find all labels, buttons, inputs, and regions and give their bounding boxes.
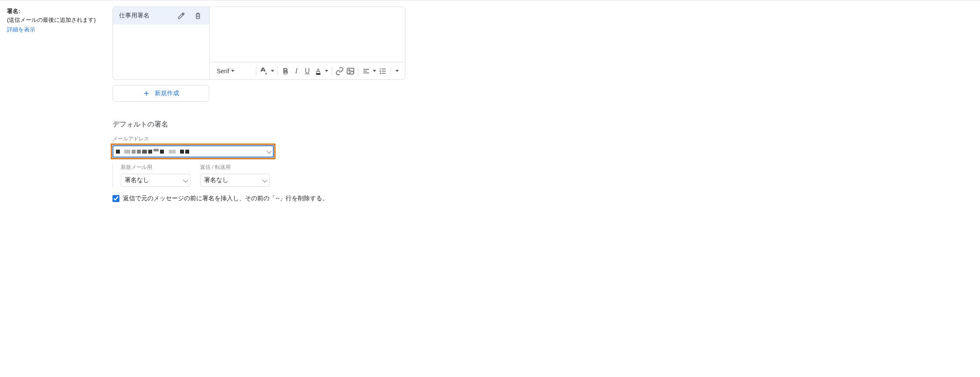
chevron-down-icon [262, 177, 266, 184]
signature-list: 仕事用署名 [112, 7, 209, 80]
insert-image-button[interactable] [345, 65, 355, 77]
section-title: 署名: [7, 7, 112, 15]
chevron-down-icon [231, 70, 235, 72]
redacted-email-value [116, 149, 189, 154]
text-color-button[interactable]: A [313, 65, 323, 77]
create-new-signature-button[interactable]: 新規作成 [112, 85, 209, 102]
delete-signature-button[interactable] [191, 9, 205, 23]
plus-icon [143, 89, 150, 97]
signature-editor: Serif B I [209, 7, 405, 80]
chevron-down-icon [271, 70, 274, 72]
signature-section-label: 署名: (送信メールの最後に追加されます) 詳細を表示 [7, 7, 112, 202]
text-color-dropdown[interactable] [324, 70, 329, 72]
numbered-list-icon [378, 67, 387, 75]
signature-name: 仕事用署名 [119, 12, 172, 20]
chevron-down-icon [325, 70, 328, 72]
signature-textarea[interactable] [210, 7, 405, 62]
select-value: 署名なし [204, 176, 228, 184]
svg-point-1 [349, 69, 350, 71]
bold-button[interactable]: B [280, 65, 290, 77]
font-size-dropdown[interactable] [270, 70, 275, 72]
create-button-label: 新規作成 [155, 89, 179, 97]
text-size-icon [259, 67, 268, 75]
trash-icon [194, 12, 202, 20]
align-button[interactable] [361, 65, 371, 77]
link-icon [335, 67, 344, 75]
defaults-heading: デフォルトの署名 [112, 120, 980, 129]
separator [277, 67, 278, 75]
insert-link-button[interactable] [334, 65, 344, 77]
signature-list-item[interactable]: 仕事用署名 [113, 7, 209, 24]
chevron-down-icon [183, 177, 187, 184]
underline-button[interactable]: U [302, 65, 312, 77]
separator [332, 67, 332, 75]
separator [256, 67, 256, 75]
more-formatting-dropdown[interactable] [394, 70, 401, 72]
chevron-down-icon [395, 70, 399, 72]
section-subtitle: (送信メールの最後に追加されます) [7, 16, 112, 24]
underline-icon: U [305, 67, 310, 75]
reply-signature-label: 返信 / 転送用 [200, 164, 270, 171]
font-size-button[interactable] [259, 65, 269, 77]
email-address-select[interactable] [112, 145, 274, 158]
align-dropdown[interactable] [372, 70, 377, 72]
new-mail-signature-label: 新規メール用 [121, 164, 191, 171]
email-address-label: メールアドレス [112, 135, 980, 143]
learn-more-link[interactable]: 詳細を表示 [7, 26, 35, 34]
chevron-down-icon [267, 148, 270, 155]
edit-signature-button[interactable] [174, 9, 188, 23]
reply-signature-select[interactable]: 署名なし [200, 174, 270, 187]
insert-before-quoted-checkbox-row[interactable]: 返信で元のメッセージの前に署名を挿入し、その前の「--」行を削除する。 [112, 195, 980, 202]
new-mail-signature-select[interactable]: 署名なし [121, 174, 191, 187]
chevron-down-icon [373, 70, 376, 72]
select-value: 署名なし [125, 176, 149, 184]
align-icon [362, 67, 371, 75]
italic-button[interactable]: I [291, 65, 301, 77]
formatting-toolbar: Serif B I [210, 62, 405, 79]
list-button[interactable] [378, 65, 388, 77]
italic-icon: I [295, 67, 297, 75]
separator [358, 67, 358, 75]
text-color-icon: A [316, 68, 320, 75]
image-icon [346, 67, 355, 75]
font-family-select[interactable]: Serif [214, 66, 253, 76]
font-family-value: Serif [217, 68, 229, 75]
insert-before-quoted-checkbox[interactable] [112, 195, 119, 202]
pencil-icon [177, 12, 185, 20]
separator [391, 67, 391, 75]
checkbox-label: 返信で元のメッセージの前に署名を挿入し、その前の「--」行を削除する。 [123, 195, 328, 202]
